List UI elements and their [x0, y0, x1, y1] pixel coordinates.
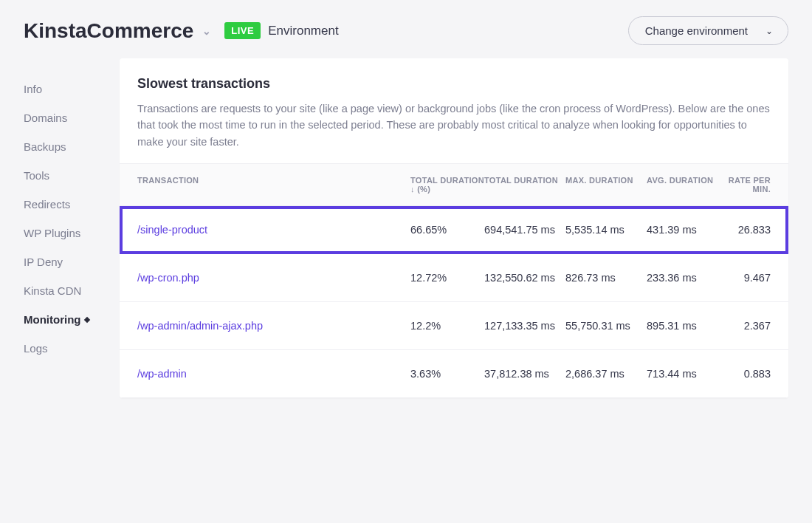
cell-avg: 713.44 ms — [647, 368, 728, 380]
sidebar-item-monitoring[interactable]: Monitoring — [24, 305, 120, 334]
site-title-text: KinstaCommerce — [24, 19, 193, 43]
cell-avg: 895.31 ms — [647, 320, 728, 332]
cell-total: 37,812.38 ms — [484, 368, 565, 380]
table-header: TRANSACTION TOTAL DURATION ↓ (%) TOTAL D… — [120, 163, 788, 206]
col-total-duration[interactable]: TOTAL DURATION — [484, 176, 565, 194]
cell-pct: 66.65% — [410, 224, 484, 236]
sidebar-item-redirects[interactable]: Redirects — [24, 190, 120, 219]
cell-avg: 233.36 ms — [647, 272, 728, 284]
sidebar-item-domains[interactable]: Domains — [24, 103, 120, 132]
chevron-down-icon: ⌄ — [202, 25, 211, 37]
main-panel: Slowest transactions Transactions are re… — [120, 58, 788, 398]
col-total-pct[interactable]: TOTAL DURATION ↓ (%) — [410, 176, 484, 194]
cell-avg: 431.39 ms — [647, 224, 728, 236]
col-max-duration[interactable]: MAX. DURATION — [565, 176, 647, 194]
change-environment-label: Change environment — [645, 24, 748, 37]
transactions-table: TRANSACTION TOTAL DURATION ↓ (%) TOTAL D… — [120, 163, 788, 398]
active-indicator-icon — [84, 316, 90, 322]
cell-max: 826.73 ms — [565, 272, 647, 284]
sidebar-item-kinsta-cdn[interactable]: Kinsta CDN — [24, 276, 120, 305]
col-rate[interactable]: RATE PER MIN. — [728, 176, 771, 194]
sidebar-item-label: Redirects — [24, 198, 70, 211]
cell-rate: 26.833 — [728, 224, 771, 236]
chevron-down-icon: ⌄ — [765, 26, 773, 36]
transaction-link[interactable]: /wp-cron.php — [137, 272, 410, 284]
sidebar: Info Domains Backups Tools Redirects WP … — [24, 58, 120, 398]
sidebar-item-label: Tools — [24, 169, 49, 182]
cell-rate: 0.883 — [728, 368, 771, 380]
sidebar-item-label: Backups — [24, 140, 66, 153]
transaction-link[interactable]: /single-product — [137, 224, 410, 236]
sidebar-item-wp-plugins[interactable]: WP Plugins — [24, 219, 120, 247]
cell-max: 5,535.14 ms — [565, 224, 647, 236]
col-avg-duration[interactable]: AVG. DURATION — [647, 176, 728, 194]
sidebar-item-ip-deny[interactable]: IP Deny — [24, 247, 120, 276]
sidebar-item-label: Info — [24, 83, 42, 95]
panel-title: Slowest transactions — [137, 76, 771, 92]
sidebar-item-label: Kinsta CDN — [24, 284, 81, 297]
cell-pct: 12.72% — [410, 272, 484, 284]
site-title[interactable]: KinstaCommerce ⌄ — [24, 19, 211, 43]
cell-max: 55,750.31 ms — [565, 320, 647, 332]
cell-total: 694,541.75 ms — [484, 224, 565, 236]
table-row[interactable]: /single-product 66.65% 694,541.75 ms 5,5… — [120, 206, 788, 254]
live-badge: LIVE — [224, 22, 261, 39]
table-row[interactable]: /wp-admin 3.63% 37,812.38 ms 2,686.37 ms… — [120, 350, 788, 398]
sidebar-item-label: IP Deny — [24, 256, 63, 268]
cell-rate: 2.367 — [728, 320, 771, 332]
sidebar-item-logs[interactable]: Logs — [24, 334, 120, 363]
table-row[interactable]: /wp-admin/admin-ajax.php 12.2% 127,133.3… — [120, 302, 788, 350]
sidebar-item-backups[interactable]: Backups — [24, 132, 120, 161]
environment-label: Environment — [268, 24, 338, 38]
cell-rate: 9.467 — [728, 272, 771, 284]
transaction-link[interactable]: /wp-admin — [137, 368, 410, 380]
cell-total: 132,550.62 ms — [484, 272, 565, 284]
sidebar-item-label: Logs — [24, 342, 48, 355]
environment-indicator: LIVE Environment — [224, 22, 338, 39]
cell-pct: 12.2% — [410, 320, 484, 332]
sidebar-item-tools[interactable]: Tools — [24, 161, 120, 190]
col-transaction[interactable]: TRANSACTION — [137, 176, 410, 194]
cell-total: 127,133.35 ms — [484, 320, 565, 332]
panel-description: Transactions are requests to your site (… — [137, 100, 771, 150]
transaction-link[interactable]: /wp-admin/admin-ajax.php — [137, 320, 410, 332]
table-row[interactable]: /wp-cron.php 12.72% 132,550.62 ms 826.73… — [120, 254, 788, 302]
sidebar-item-label: WP Plugins — [24, 227, 80, 239]
cell-pct: 3.63% — [410, 368, 484, 380]
cell-max: 2,686.37 ms — [565, 368, 647, 380]
change-environment-button[interactable]: Change environment ⌄ — [628, 16, 788, 45]
sidebar-item-label: Domains — [24, 112, 67, 124]
sidebar-item-label: Monitoring — [24, 313, 80, 326]
sidebar-item-info[interactable]: Info — [24, 75, 120, 103]
